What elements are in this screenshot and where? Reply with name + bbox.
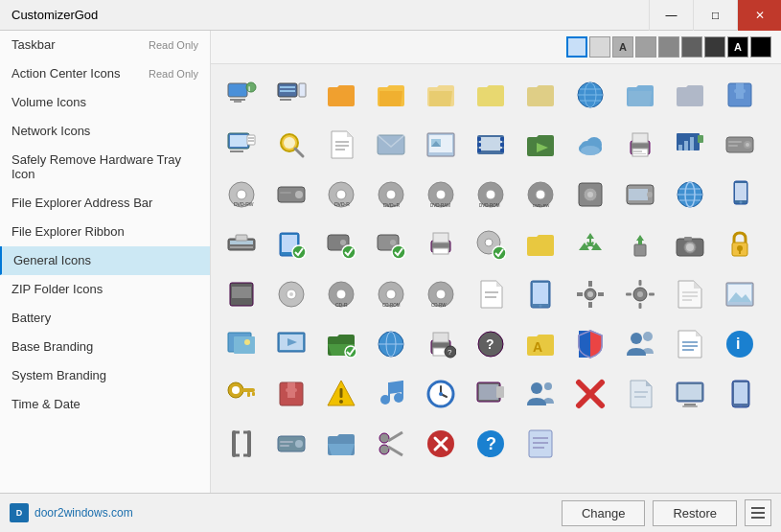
icon-cell[interactable] [368, 221, 414, 267]
sidebar-item-general-icons[interactable]: General Icons [0, 246, 210, 275]
icon-cell[interactable] [567, 122, 613, 168]
icon-cell[interactable] [717, 122, 763, 168]
sidebar-item-time-date[interactable]: Time & Date [0, 390, 210, 419]
icon-cell[interactable] [268, 421, 314, 467]
color-swatch-7[interactable]: A [727, 36, 748, 58]
color-swatch-4[interactable] [658, 36, 679, 58]
icon-cell[interactable] [468, 271, 514, 317]
icon-cell[interactable] [318, 122, 364, 168]
icon-cell[interactable] [318, 321, 364, 367]
sidebar-item-taskbar[interactable]: TaskbarRead Only [0, 31, 210, 59]
sidebar-item-action-center[interactable]: Action Center IconsRead Only [0, 59, 210, 88]
icon-cell[interactable] [617, 122, 663, 168]
minimize-button[interactable]: — [649, 0, 693, 31]
icon-cell[interactable] [418, 72, 464, 118]
icon-cell[interactable] [617, 271, 663, 317]
icon-cell[interactable]: ? [418, 321, 464, 367]
color-swatch-5[interactable] [681, 36, 702, 58]
icon-cell[interactable] [717, 271, 763, 317]
icon-cell[interactable] [717, 172, 763, 218]
icon-cell[interactable]: DVD-R [318, 172, 364, 218]
icon-cell[interactable] [517, 72, 563, 118]
icon-cell[interactable]: A [517, 321, 563, 367]
icon-cell[interactable] [268, 172, 314, 218]
icon-cell[interactable] [318, 221, 364, 267]
icon-cell[interactable]: CD-RW [418, 271, 464, 317]
website-link[interactable]: door2windows.com [34, 506, 133, 520]
icon-cell[interactable] [368, 321, 414, 367]
icon-cell[interactable] [617, 172, 663, 218]
icon-cell[interactable] [318, 371, 364, 417]
icon-cell[interactable] [517, 271, 563, 317]
icon-cell[interactable] [318, 421, 364, 467]
icon-cell[interactable] [717, 72, 763, 118]
icon-cell[interactable] [617, 371, 663, 417]
icon-cell[interactable]: ? [468, 321, 514, 367]
sidebar-item-file-explorer-address[interactable]: File Explorer Address Bar [0, 189, 210, 218]
icon-cell[interactable] [218, 271, 264, 317]
color-swatch-0[interactable] [566, 36, 587, 58]
icon-cell[interactable]: CD-R [318, 271, 364, 317]
icon-cell[interactable] [717, 371, 763, 417]
icon-cell[interactable] [218, 122, 264, 168]
icon-cell[interactable] [268, 371, 314, 417]
icon-cell[interactable]: DVD+R [368, 172, 414, 218]
icon-cell[interactable] [667, 371, 713, 417]
icon-cell[interactable]: i [218, 72, 264, 118]
icon-cell[interactable] [717, 221, 763, 267]
icon-cell[interactable] [617, 221, 663, 267]
icon-cell[interactable] [567, 172, 613, 218]
icon-cell[interactable] [268, 122, 314, 168]
icon-cell[interactable] [567, 72, 613, 118]
icon-cell[interactable] [268, 221, 314, 267]
icon-cell[interactable] [218, 371, 264, 417]
icon-cell[interactable] [368, 122, 414, 168]
icon-cell[interactable] [368, 371, 414, 417]
icon-cell[interactable]: DVD-ROM [468, 172, 514, 218]
icon-cell[interactable] [468, 72, 514, 118]
icon-cell[interactable] [667, 122, 713, 168]
icon-cell[interactable] [517, 371, 563, 417]
icon-cell[interactable] [567, 221, 613, 267]
change-button[interactable]: Change [562, 500, 646, 526]
icon-cell[interactable] [667, 221, 713, 267]
color-swatch-1[interactable] [589, 36, 610, 58]
icon-cell[interactable]: DVD-RAM [418, 172, 464, 218]
icon-cell[interactable] [567, 371, 613, 417]
icon-cell[interactable] [418, 371, 464, 417]
color-swatch-2[interactable]: A [612, 36, 633, 58]
icon-cell[interactable] [318, 72, 364, 118]
sidebar-item-file-explorer-ribbon[interactable]: File Explorer Ribbon [0, 218, 210, 246]
close-button[interactable]: ✕ [737, 0, 781, 31]
sidebar-item-safely-remove[interactable]: Safely Remove Hardware Tray Icon [0, 146, 210, 189]
icon-cell[interactable] [567, 271, 613, 317]
icon-cell[interactable] [368, 72, 414, 118]
icon-cell[interactable] [617, 321, 663, 367]
color-swatch-8[interactable] [750, 36, 771, 58]
restore-button[interactable]: Restore [653, 500, 737, 526]
sidebar-item-base-branding[interactable]: Base Branding [0, 333, 210, 361]
icon-cell[interactable] [617, 72, 663, 118]
icon-cell[interactable] [517, 421, 563, 467]
icon-cell[interactable] [667, 172, 713, 218]
sidebar-item-network[interactable]: Network Icons [0, 117, 210, 146]
sidebar-item-zip-folder[interactable]: ZIP Folder Icons [0, 275, 210, 304]
icon-cell[interactable] [218, 321, 264, 367]
icon-cell[interactable] [268, 321, 314, 367]
icon-cell[interactable]: CD-ROM [368, 271, 414, 317]
icon-cell[interactable] [268, 271, 314, 317]
color-swatch-3[interactable] [635, 36, 656, 58]
icon-cell[interactable] [667, 72, 713, 118]
icon-cell[interactable] [368, 421, 414, 467]
icon-cell[interactable] [468, 221, 514, 267]
icon-cell[interactable] [268, 72, 314, 118]
sidebar-item-battery[interactable]: Battery [0, 304, 210, 333]
icon-cell[interactable]: DVD-RW [218, 172, 264, 218]
icon-cell[interactable] [468, 122, 514, 168]
icon-cell[interactable]: i [717, 321, 763, 367]
sidebar-item-volume[interactable]: Volume Icons [0, 88, 210, 117]
icon-cell[interactable]: DVD+RW [517, 172, 563, 218]
icon-cell[interactable] [418, 122, 464, 168]
icon-cell[interactable] [667, 271, 713, 317]
color-swatch-6[interactable] [704, 36, 725, 58]
